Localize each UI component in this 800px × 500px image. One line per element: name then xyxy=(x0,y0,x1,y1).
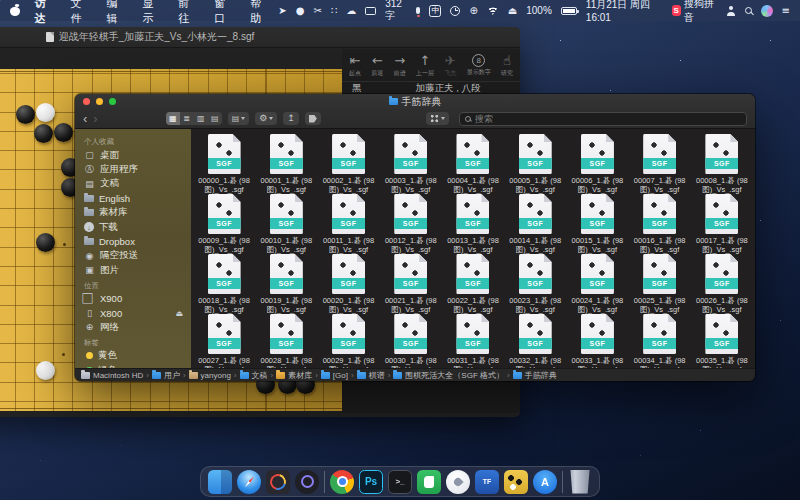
file-item[interactable]: SGF00028_1.碁 (98图)_Vs_.sgf xyxy=(255,311,317,368)
status-text-6[interactable]: 312字 xyxy=(385,0,407,23)
eject-status-icon[interactable]: ⏏ xyxy=(508,6,517,16)
go-plane-button[interactable]: ✈飞先 xyxy=(444,54,456,78)
sidebar-item-文稿[interactable]: ▤文稿 xyxy=(84,177,191,191)
file-item[interactable]: SGF00033_1.碁 (98图)_Vs_.sgf xyxy=(566,311,628,368)
scissors-status-icon[interactable]: ✂ xyxy=(313,6,321,16)
cube-app-dock-icon[interactable]: TF xyxy=(475,470,499,494)
file-item[interactable]: SGF00013_1.碁 (98图)_Vs_.sgf xyxy=(442,191,504,251)
sidebar-item-应用程序[interactable]: Ⓐ应用程序 xyxy=(84,162,191,176)
file-item[interactable]: SGF00020_1.碁 (98图)_Vs_.sgf xyxy=(317,251,379,311)
go-app-dock-icon[interactable] xyxy=(504,470,528,494)
file-item[interactable]: SGF00001_1.碁 (98图)_Vs_.sgf xyxy=(255,131,317,191)
path-item-8[interactable]: 手筋辞典 xyxy=(513,370,557,381)
input-source-status-icon[interactable]: 中 xyxy=(429,5,441,17)
file-item[interactable]: SGF00012_1.碁 (98图)_Vs_.sgf xyxy=(380,191,442,251)
menu-item-6[interactable]: 帮助 xyxy=(250,0,270,26)
path-item-0[interactable]: Macintosh HD xyxy=(81,371,143,380)
search-status-icon[interactable] xyxy=(745,7,752,14)
eject-icon[interactable]: ⏏ xyxy=(175,309,183,318)
file-item[interactable]: SGF00017_1.碁 (98图)_Vs_.sgf xyxy=(691,191,753,251)
file-item[interactable]: SGF00023_1.碁 (98图)_Vs_.sgf xyxy=(504,251,566,311)
list-status-icon[interactable]: ≡ xyxy=(782,6,790,16)
go-hand-button[interactable]: ☝研究 xyxy=(501,54,513,78)
sidebar-item-素材库[interactable]: 素材库 xyxy=(84,206,191,220)
share-button[interactable]: ↥ xyxy=(283,112,299,125)
sidebar-item-Dropbox[interactable]: Dropbox xyxy=(84,234,191,248)
menu-item-2[interactable]: 编辑 xyxy=(106,0,126,26)
path-item-7[interactable]: 围棋死活大全（SGF 格式） xyxy=(393,370,504,381)
sidebar-item-网络[interactable]: ⊕网络 xyxy=(84,320,191,334)
file-item[interactable]: SGF00010_1.碁 (98图)_Vs_.sgf xyxy=(255,191,317,251)
gallery-view-button[interactable]: ▤ xyxy=(208,112,222,125)
go-back-button[interactable]: ←后退 xyxy=(371,54,383,78)
column-view-button[interactable]: ▥ xyxy=(194,112,208,125)
file-item[interactable]: SGF00029_1.碁 (98图)_Vs_.sgf xyxy=(317,311,379,368)
finder-dock-icon[interactable] xyxy=(208,470,232,494)
file-item[interactable]: SGF00016_1.碁 (98图)_Vs_.sgf xyxy=(629,191,691,251)
sidebar-item-黄色[interactable]: 黄色 xyxy=(84,349,191,363)
file-item[interactable]: SGF00004_1.碁 (98图)_Vs_.sgf xyxy=(442,131,504,191)
status-text-15[interactable]: 11月21日 周四 16:01 xyxy=(586,0,663,23)
photoshop-dock-icon[interactable]: Ps xyxy=(359,470,383,494)
sidebar-item-图片[interactable]: ▣图片 xyxy=(84,263,191,277)
battery-status-icon[interactable] xyxy=(561,7,577,15)
microphone-status-icon[interactable] xyxy=(416,7,420,14)
file-item[interactable]: SGF00009_1.碁 (98图)_Vs_.sgf xyxy=(193,191,255,251)
siri-status-icon[interactable] xyxy=(761,5,773,17)
crosshair-status-icon[interactable]: ⊕ xyxy=(469,6,477,16)
chrome-dock-icon[interactable] xyxy=(330,470,354,494)
apple-menu-icon[interactable] xyxy=(10,5,20,16)
safari-dock-icon[interactable] xyxy=(237,470,261,494)
menu-item-1[interactable]: 文件 xyxy=(70,0,90,26)
cloud-upload-status-icon[interactable]: ☁ xyxy=(346,6,356,16)
tag-view-button[interactable] xyxy=(426,112,449,125)
file-item[interactable]: SGF00025_1.碁 (98图)_Vs_.sgf xyxy=(629,251,691,311)
path-item-2[interactable]: yanyong xyxy=(189,371,231,380)
icon-view-button[interactable]: ▦ xyxy=(166,112,180,125)
file-item[interactable]: SGF00008_1.碁 (98图)_Vs_.sgf xyxy=(691,131,753,191)
menu-item-0[interactable]: 访达 xyxy=(34,0,54,26)
terminal-dock-icon[interactable]: >_ xyxy=(388,470,412,494)
app-store-dock-icon[interactable]: A xyxy=(533,470,557,494)
action-menu-button[interactable]: ⚙ xyxy=(255,112,277,125)
path-item-5[interactable]: [Go] xyxy=(321,371,348,380)
file-item[interactable]: SGF00034_1.碁 (98图)_Vs_.sgf xyxy=(629,311,691,368)
go-forward-button[interactable]: →前进 xyxy=(394,54,406,78)
go-number-button[interactable]: 8显示数字 xyxy=(467,54,491,78)
zoom-button[interactable] xyxy=(109,98,116,105)
clock-status-icon[interactable] xyxy=(450,6,460,16)
file-item[interactable]: SGF00032_1.碁 (98图)_Vs_.sgf xyxy=(504,311,566,368)
file-item[interactable]: SGF00005_1.碁 (98图)_Vs_.sgf xyxy=(504,131,566,191)
file-item[interactable]: SGF00021_1.碁 (98图)_Vs_.sgf xyxy=(380,251,442,311)
utility-app-dock-icon[interactable] xyxy=(295,470,319,494)
file-item[interactable]: SGF00003_1.碁 (98图)_Vs_.sgf xyxy=(380,131,442,191)
file-item[interactable]: SGF00035_1.碁 (98图)_Vs_.sgf xyxy=(691,311,753,368)
sidebar-item-隔空投送[interactable]: ◉隔空投送 xyxy=(84,249,191,263)
file-item[interactable]: SGF00030_1.碁 (98图)_Vs_.sgf xyxy=(380,311,442,368)
file-item[interactable]: SGF00031_1.碁 (98图)_Vs_.sgf xyxy=(442,311,504,368)
go-start-button[interactable]: ⇤起点 xyxy=(349,54,361,78)
drop-app-dock-icon[interactable] xyxy=(446,470,470,494)
file-item[interactable]: SGF00007_1.碁 (98图)_Vs_.sgf xyxy=(629,131,691,191)
file-item[interactable]: SGF00011_1.碁 (98图)_Vs_.sgf xyxy=(317,191,379,251)
menu-item-3[interactable]: 显示 xyxy=(142,0,162,26)
forward-button[interactable]: › xyxy=(93,114,97,124)
file-item[interactable]: SGF00018_1.碁 (98图)_Vs_.sgf xyxy=(193,251,255,311)
file-item[interactable]: SGF00000_1.碁 (98图)_Vs_.sgf xyxy=(193,131,255,191)
list-view-button[interactable]: ≣ xyxy=(180,112,194,125)
path-item-3[interactable]: 文稿 xyxy=(240,370,268,381)
close-button[interactable] xyxy=(83,98,90,105)
moon-status-icon[interactable]: ● xyxy=(296,6,305,16)
tags-button[interactable] xyxy=(305,112,321,125)
file-item[interactable]: SGF00022_1.碁 (98图)_Vs_.sgf xyxy=(442,251,504,311)
file-item[interactable]: SGF00019_1.碁 (98图)_Vs_.sgf xyxy=(255,251,317,311)
display-status-icon[interactable] xyxy=(365,7,376,15)
dots-grid-status-icon[interactable]: ∷ xyxy=(331,6,337,16)
menu-item-5[interactable]: 窗口 xyxy=(214,0,234,26)
path-item-6[interactable]: 棋谱 xyxy=(357,370,385,381)
file-item[interactable]: SGF00014_1.碁 (98图)_Vs_.sgf xyxy=(504,191,566,251)
location-arrow-status-icon[interactable]: ➤ xyxy=(278,6,286,16)
finder-titlebar[interactable]: 手筋辞典 xyxy=(75,94,755,109)
media-rings-dock-icon[interactable] xyxy=(266,470,290,494)
file-item[interactable]: SGF00026_1.碁 (98图)_Vs_.sgf xyxy=(691,251,753,311)
